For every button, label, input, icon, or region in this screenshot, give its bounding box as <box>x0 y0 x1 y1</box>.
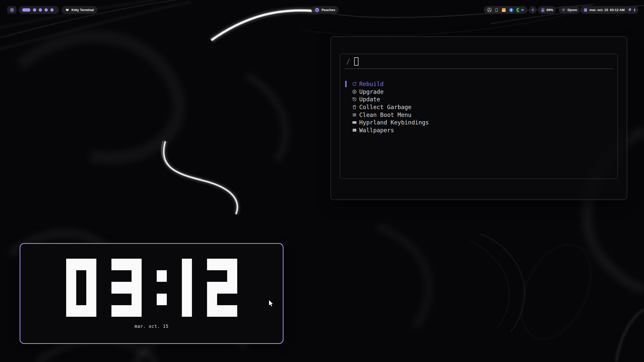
launcher-item-label: Hyprland Keybindings <box>359 119 429 126</box>
media-track-label: Peaches <box>321 8 335 12</box>
launcher-button[interactable] <box>7 6 17 14</box>
launcher-item-clean-boot-menu[interactable]: Clean Boot Menu <box>340 111 618 119</box>
time-label: 03:12 AM <box>610 8 625 12</box>
launcher-item-collect-garbage[interactable]: Collect Garbage <box>340 103 618 111</box>
workspace-dot-3[interactable] <box>39 8 42 12</box>
clock-time-display <box>20 259 283 317</box>
phone-icon[interactable] <box>494 8 499 12</box>
launcher-item-label: Wallpapers <box>359 127 394 133</box>
system-tray <box>484 6 524 14</box>
files-icon[interactable] <box>501 7 506 13</box>
launcher-item-list: Rebuild Upgrade Update Collect Ga <box>340 80 618 134</box>
keyboard-icon <box>352 120 357 125</box>
clock-digit <box>111 259 142 317</box>
launcher-item-update[interactable]: Update <box>340 96 618 103</box>
download-circle-icon <box>352 89 357 94</box>
date-label: mar. oct. 15 <box>589 8 608 12</box>
cat-icon <box>65 8 69 12</box>
battery-pill[interactable]: 69% <box>538 6 556 14</box>
trash-icon <box>352 105 357 110</box>
launcher-panel: / Rebuild Upgrade Upd <box>331 36 627 200</box>
launcher-item-label: Upgrade <box>359 88 384 95</box>
bluetooth-pill[interactable] <box>529 6 536 14</box>
launcher-inner-box: / Rebuild Upgrade Upd <box>340 54 618 179</box>
clock-digit <box>207 259 237 317</box>
launcher-item-upgrade[interactable]: Upgrade <box>340 88 618 96</box>
battery-percentage: 69% <box>546 8 553 12</box>
workspace-dot-4[interactable] <box>45 8 48 12</box>
launcher-item-label: Update <box>359 96 380 103</box>
clock-widget: mar. oct. 15 <box>20 243 284 344</box>
text-cursor <box>354 57 358 66</box>
image-icon <box>352 128 357 133</box>
bell-icon <box>628 8 632 12</box>
launcher-item-label: Rebuild <box>359 81 384 87</box>
spotify-icon <box>315 8 319 12</box>
clock-colon <box>157 259 167 317</box>
search-input[interactable]: / <box>340 54 618 69</box>
search-separator <box>345 69 613 69</box>
network-name: Djoon <box>568 8 577 12</box>
wifi-icon <box>561 8 566 12</box>
obs-icon[interactable] <box>487 7 492 13</box>
history-icon <box>352 97 357 102</box>
workspace-dot-1[interactable] <box>22 8 30 12</box>
bluetooth-icon <box>531 8 535 12</box>
notification-count: 1 <box>634 8 636 12</box>
workspace-indicators <box>19 6 59 14</box>
launcher-item-label: Collect Garbage <box>359 104 412 110</box>
prompt-symbol: / <box>346 57 350 66</box>
bluetooth-icon[interactable] <box>509 8 514 13</box>
datetime-pill[interactable]: mar. oct. 15 03:12 AM <box>580 6 628 14</box>
calendar-icon <box>583 8 588 12</box>
launcher-item-rebuild[interactable]: Rebuild <box>340 80 618 88</box>
notifications-pill[interactable]: 1 <box>625 6 638 14</box>
snowflake-icon <box>10 8 14 12</box>
network-pill[interactable]: Djoon <box>559 6 580 14</box>
workspace-dot-2[interactable] <box>33 8 36 12</box>
window-title: Kitty Terminal <box>71 8 94 12</box>
clock-date: mar. oct. 15 <box>20 324 283 329</box>
launcher-item-label: Clean Boot Menu <box>359 112 412 118</box>
media-player-pill[interactable]: Peaches <box>311 6 339 14</box>
launcher-item-hyprland-keybindings[interactable]: Hyprland Keybindings <box>340 119 618 126</box>
launcher-item-wallpapers[interactable]: Wallpapers <box>340 126 618 134</box>
list-icon <box>352 112 357 117</box>
speaker-icon <box>520 8 525 12</box>
clock-digit <box>182 259 192 317</box>
clock-digit <box>66 259 96 317</box>
active-window-pill[interactable]: Kitty Terminal <box>62 6 97 14</box>
battery-icon <box>541 8 545 12</box>
top-bar: Kitty Terminal Peaches <box>0 0 644 15</box>
workspace-dot-5[interactable] <box>50 8 54 12</box>
volume-pill[interactable] <box>518 6 527 14</box>
mouse-cursor <box>269 300 275 308</box>
refresh-icon <box>352 81 357 86</box>
